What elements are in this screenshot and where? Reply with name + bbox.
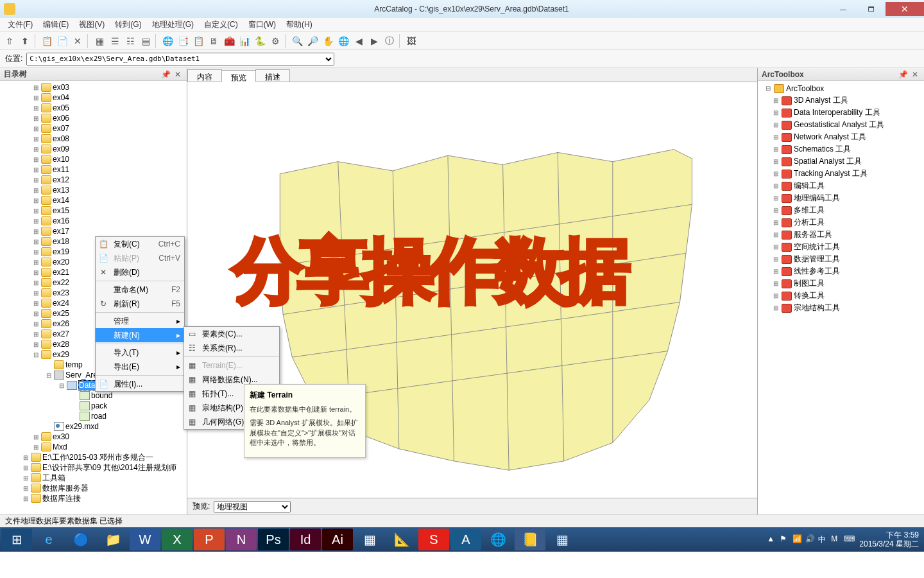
toolbox-item[interactable]: ⊞Schematics 工具 bbox=[759, 143, 923, 155]
zoom-out-icon[interactable]: 🔎 bbox=[305, 34, 320, 48]
toolbox-item[interactable]: ⊞Network Analyst 工具 bbox=[759, 131, 923, 143]
tree-node[interactable]: ⊞ex06 bbox=[1, 113, 185, 123]
menu-customize[interactable]: 自定义(C) bbox=[199, 18, 243, 31]
context-menu-dataset[interactable]: 📋复制(C)Ctrl+C📄粘贴(P)Ctrl+V✕删除(D)重命名(M)F2↻刷… bbox=[95, 236, 185, 392]
tree-node[interactable]: ⊞工具箱 bbox=[1, 473, 185, 483]
tab-description[interactable]: 描述 bbox=[255, 69, 290, 82]
menu-help[interactable]: 帮助(H) bbox=[281, 18, 318, 31]
menu-item[interactable]: ✕删除(D) bbox=[96, 265, 184, 279]
taskbar-excel-icon[interactable]: X bbox=[162, 529, 193, 550]
menu-edit[interactable]: 编辑(E) bbox=[38, 18, 74, 31]
toolbox-root[interactable]: ⊟ArcToolbox bbox=[759, 82, 923, 94]
tool-icon[interactable]: 📋 bbox=[191, 34, 205, 48]
modelbuilder-icon[interactable]: ⚙ bbox=[268, 34, 282, 48]
paste-icon[interactable]: 📄 bbox=[55, 34, 69, 48]
tool-icon[interactable]: 📊 bbox=[237, 34, 252, 48]
toolbox-item[interactable]: ⊞服务器工具 bbox=[759, 229, 923, 241]
menu-item[interactable]: ↻刷新(R)F5 bbox=[96, 297, 184, 311]
tree-node[interactable]: ⊞ex16 bbox=[1, 216, 185, 226]
taskbar-app-icon[interactable]: ▦ bbox=[354, 529, 385, 550]
taskbar-app-icon[interactable]: 🌐 bbox=[483, 529, 513, 550]
tree-node[interactable]: pack bbox=[1, 401, 185, 411]
taskbar-sketchup-icon[interactable]: S bbox=[418, 529, 449, 550]
taskbar-ie-icon[interactable]: e bbox=[33, 529, 64, 550]
tree-node[interactable]: ⊞数据库服务器 bbox=[1, 483, 185, 493]
tree-icon[interactable]: ▤ bbox=[139, 34, 153, 48]
tree-node[interactable]: ⊞ex03 bbox=[1, 82, 185, 92]
tree-node[interactable]: ⊞ex04 bbox=[1, 92, 185, 103]
arctoolbox-icon[interactable]: 🧰 bbox=[222, 34, 236, 48]
thumbnail-icon[interactable]: 🖼 bbox=[404, 34, 418, 48]
identify-icon[interactable]: ⓘ bbox=[382, 34, 397, 48]
zoom-in-icon[interactable]: 🔍 bbox=[290, 34, 304, 48]
delete-icon[interactable]: ✕ bbox=[71, 34, 85, 48]
pin-icon[interactable]: 📌 bbox=[896, 70, 910, 79]
taskbar-ppt-icon[interactable]: P bbox=[194, 529, 225, 550]
taskbar-app-icon[interactable]: 📐 bbox=[386, 529, 417, 550]
details-icon[interactable]: ☷ bbox=[123, 34, 137, 48]
menu-item[interactable]: ▭要素类(C)... bbox=[184, 327, 279, 341]
menu-item[interactable]: 重命名(M)F2 bbox=[96, 283, 184, 297]
back-icon[interactable]: ◀ bbox=[352, 34, 366, 48]
tab-preview[interactable]: 预览 bbox=[221, 70, 256, 82]
taskbar-app-icon[interactable]: ▦ bbox=[547, 529, 578, 550]
tree-node[interactable]: road bbox=[1, 411, 185, 421]
tree-node[interactable]: ⊞Mxd bbox=[1, 442, 185, 452]
tree-node[interactable]: ⊞ex13 bbox=[1, 185, 185, 195]
tree-node[interactable]: ⊞ex12 bbox=[1, 175, 185, 185]
menu-item[interactable]: ☷关系类(R)... bbox=[184, 341, 279, 355]
panel-close-icon[interactable]: ✕ bbox=[173, 70, 183, 79]
taskbar-id-icon[interactable]: Id bbox=[290, 529, 321, 550]
close-button[interactable]: ✕ bbox=[886, 2, 924, 16]
tree-node[interactable]: ex29.mxd bbox=[1, 421, 185, 432]
tray-ime-icon[interactable]: ⌨ bbox=[844, 534, 854, 545]
tree-node[interactable]: ⊞ex05 bbox=[1, 103, 185, 113]
menu-item[interactable]: 导出(E)▸ bbox=[96, 360, 184, 374]
tray-up-icon[interactable]: ▲ bbox=[767, 534, 777, 545]
tree-node[interactable]: ⊞ex08 bbox=[1, 134, 185, 144]
taskbar-ps-icon[interactable]: Ps bbox=[258, 529, 289, 550]
tree-node[interactable]: ⊞ex07 bbox=[1, 123, 185, 134]
menu-window[interactable]: 窗口(W) bbox=[243, 18, 281, 31]
tray-flag-icon[interactable]: ⚑ bbox=[780, 534, 790, 545]
toolbox-item[interactable]: ⊞转换工具 bbox=[759, 290, 923, 302]
full-extent-icon[interactable]: 🌐 bbox=[336, 34, 350, 48]
tree-node[interactable]: ⊞E:\工作\2015-03 邓州市多规合一 bbox=[1, 452, 185, 462]
toolbox-item[interactable]: ⊞Spatial Analyst 工具 bbox=[759, 155, 923, 168]
python-icon[interactable]: 🐍 bbox=[253, 34, 267, 48]
toolbox-item[interactable]: ⊞宗地结构工具 bbox=[759, 302, 923, 314]
tray-volume-icon[interactable]: 🔊 bbox=[805, 534, 816, 545]
tray-network-icon[interactable]: 📶 bbox=[792, 534, 803, 545]
toolbox-tree[interactable]: ⊟ArcToolbox⊞3D Analyst 工具⊞Data Interoper… bbox=[758, 81, 924, 315]
copy-icon[interactable]: 📋 bbox=[40, 34, 54, 48]
taskbar-ai-icon[interactable]: Ai bbox=[322, 529, 353, 550]
toolbox-item[interactable]: ⊞Tracking Analyst 工具 bbox=[759, 168, 923, 180]
up-icon[interactable]: ⬆ bbox=[18, 34, 32, 48]
toolbox-item[interactable]: ⊞分析工具 bbox=[759, 216, 923, 229]
taskbar-arccatalog-icon[interactable]: 📒 bbox=[515, 529, 545, 550]
tree-node[interactable]: ⊞ex09 bbox=[1, 144, 185, 154]
tab-content[interactable]: 内容 bbox=[187, 69, 222, 82]
menu-view[interactable]: 视图(V) bbox=[74, 18, 110, 31]
tree-node[interactable]: ⊞ex11 bbox=[1, 164, 185, 175]
toolbox-item[interactable]: ⊞多维工具 bbox=[759, 204, 923, 216]
taskbar-clock[interactable]: 下午 3:59 2015/3/24 星期二 bbox=[859, 530, 919, 549]
toolbox-item[interactable]: ⊞Geostatistical Analyst 工具 bbox=[759, 119, 923, 131]
launch-arcmap-icon[interactable]: 🌐 bbox=[160, 34, 175, 48]
toolbox-item[interactable]: ⊞空间统计工具 bbox=[759, 241, 923, 253]
tray-ime-icon[interactable]: 中 bbox=[818, 534, 828, 545]
menu-item[interactable]: 管理▸ bbox=[96, 314, 184, 328]
menu-geoprocessing[interactable]: 地理处理(G) bbox=[147, 18, 199, 31]
toolbox-item[interactable]: ⊞制图工具 bbox=[759, 277, 923, 290]
tree-node[interactable]: bound bbox=[1, 390, 185, 401]
toolbox-item[interactable]: ⊞编辑工具 bbox=[759, 180, 923, 192]
taskbar-word-icon[interactable]: W bbox=[130, 529, 160, 550]
forward-icon[interactable]: ▶ bbox=[367, 34, 381, 48]
menu-item[interactable]: 📋复制(C)Ctrl+C bbox=[96, 237, 184, 251]
tray-ime-icon[interactable]: M bbox=[831, 534, 841, 545]
taskbar-onenote-icon[interactable]: N bbox=[226, 529, 257, 550]
tree-node[interactable]: ⊞数据库连接 bbox=[1, 493, 185, 504]
list-icon[interactable]: ☰ bbox=[108, 34, 122, 48]
toolbox-item[interactable]: ⊞数据管理工具 bbox=[759, 253, 923, 265]
menu-file[interactable]: 文件(F) bbox=[3, 18, 38, 31]
